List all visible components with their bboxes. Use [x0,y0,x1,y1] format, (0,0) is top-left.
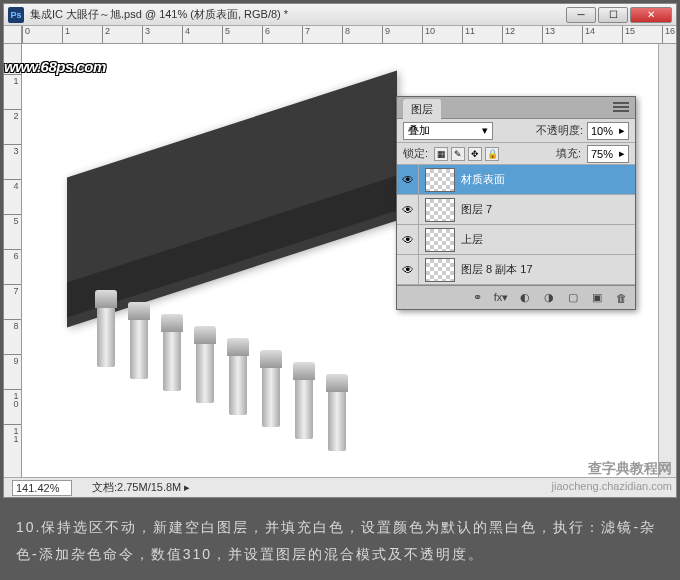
doc-info: 文档:2.75M/15.8M ▸ [92,480,190,495]
delete-layer-icon[interactable]: 🗑 [613,290,629,306]
ruler-vertical[interactable]: 1 2 3 4 5 6 7 8 9 10 11 [4,44,22,477]
layer-row[interactable]: 👁 上层 [397,225,635,255]
chevron-icon: ▸ [619,147,625,160]
opacity-label: 不透明度: [536,123,583,138]
layer-thumbnail[interactable] [425,198,455,222]
opacity-input[interactable]: 10%▸ [587,122,629,140]
ruler-tick: 10 [4,389,21,407]
scrollbar-vertical[interactable] [658,44,676,477]
ruler-tick: 1 [4,74,21,84]
blend-mode-row: 叠加▾ 不透明度: 10%▸ [397,119,635,143]
visibility-eye-icon[interactable]: 👁 [397,255,419,284]
layer-thumbnail[interactable] [425,228,455,252]
ruler-tick: 0 [22,26,30,43]
lock-icons: ▦ ✎ ✥ 🔒 [434,147,499,161]
ruler-tick: 12 [502,26,515,43]
ruler-tick: 14 [582,26,595,43]
ruler-tick: 3 [142,26,150,43]
close-button[interactable]: ✕ [630,7,672,23]
group-icon[interactable]: ▢ [565,290,581,306]
lock-row: 锁定: ▦ ✎ ✥ 🔒 填充: 75%▸ [397,143,635,165]
layer-thumbnail[interactable] [425,168,455,192]
ruler-tick: 9 [382,26,390,43]
panel-menu-icon[interactable] [613,102,629,114]
layers-tab[interactable]: 图层 [403,99,441,120]
layer-name: 上层 [461,232,483,247]
blend-mode-select[interactable]: 叠加▾ [403,122,493,140]
ruler-tick: 8 [342,26,350,43]
ic-chip-artwork [52,84,402,404]
window-controls: ─ ☐ ✕ [566,7,672,23]
tutorial-instruction: 10.保持选区不动，新建空白图层，并填充白色，设置颜色为默认的黑白色，执行：滤镜… [0,502,680,580]
ruler-tick: 8 [4,319,21,329]
chevron-down-icon: ▾ [482,124,488,137]
lock-label: 锁定: [403,146,428,161]
ruler-tick: 13 [542,26,555,43]
ruler-corner [4,26,22,44]
adjustment-layer-icon[interactable]: ◑ [541,290,557,306]
link-layers-icon[interactable]: ⚭ [469,290,485,306]
layer-row[interactable]: 👁 图层 7 [397,195,635,225]
layer-style-icon[interactable]: fx▾ [493,290,509,306]
layer-name: 图层 8 副本 17 [461,262,533,277]
panel-header: 图层 [397,97,635,119]
layer-row[interactable]: 👁 图层 8 副本 17 [397,255,635,285]
fill-label: 填充: [556,146,581,161]
document-title: 集成IC 大眼仔～旭.psd @ 141% (材质表面, RGB/8) * [30,7,566,22]
ruler-tick: 11 [4,424,21,442]
ruler-tick: 16 [662,26,675,43]
layer-list: 👁 材质表面 👁 图层 7 👁 上层 👁 图层 8 副本 17 [397,165,635,285]
ruler-tick: 3 [4,144,21,154]
ruler-tick: 2 [102,26,110,43]
lock-position-icon[interactable]: ✥ [468,147,482,161]
layer-thumbnail[interactable] [425,258,455,282]
ruler-tick: 5 [4,214,21,224]
watermark-main: www.68ps.com [4,58,106,75]
layer-name: 图层 7 [461,202,492,217]
new-layer-icon[interactable]: ▣ [589,290,605,306]
chevron-icon: ▸ [619,124,625,137]
ruler-tick: 4 [182,26,190,43]
lock-all-icon[interactable]: 🔒 [485,147,499,161]
fill-input[interactable]: 75%▸ [587,145,629,163]
ruler-tick: 11 [462,26,475,43]
ruler-tick: 7 [302,26,310,43]
ruler-tick: 5 [222,26,230,43]
ruler-tick: 1 [62,26,70,43]
ruler-tick: 15 [622,26,635,43]
watermark-url: jiaocheng.chazidian.com [552,480,672,492]
zoom-field[interactable]: 141.42% [12,480,72,496]
layers-panel: 图层 叠加▾ 不透明度: 10%▸ 锁定: ▦ ✎ ✥ 🔒 填充: 75%▸ 👁… [396,96,636,310]
minimize-button[interactable]: ─ [566,7,596,23]
lock-pixels-icon[interactable]: ✎ [451,147,465,161]
titlebar: Ps 集成IC 大眼仔～旭.psd @ 141% (材质表面, RGB/8) *… [4,4,676,26]
visibility-eye-icon[interactable]: 👁 [397,195,419,224]
ruler-tick: 6 [4,249,21,259]
app-icon: Ps [8,7,24,23]
ruler-tick: 4 [4,179,21,189]
ruler-horizontal[interactable]: 0 1 2 3 4 5 6 7 8 9 10 11 12 13 14 15 16 [22,26,676,44]
ruler-tick: 6 [262,26,270,43]
panel-footer: ⚭ fx▾ ◐ ◑ ▢ ▣ 🗑 [397,285,635,309]
ruler-tick: 2 [4,109,21,119]
ruler-tick: 9 [4,354,21,364]
layer-row[interactable]: 👁 材质表面 [397,165,635,195]
visibility-eye-icon[interactable]: 👁 [397,165,419,194]
layer-mask-icon[interactable]: ◐ [517,290,533,306]
maximize-button[interactable]: ☐ [598,7,628,23]
layer-name: 材质表面 [461,172,505,187]
lock-transparency-icon[interactable]: ▦ [434,147,448,161]
watermark-brand: 查字典教程网 [588,460,672,478]
ruler-tick: 7 [4,284,21,294]
visibility-eye-icon[interactable]: 👁 [397,225,419,254]
ruler-tick: 10 [422,26,435,43]
